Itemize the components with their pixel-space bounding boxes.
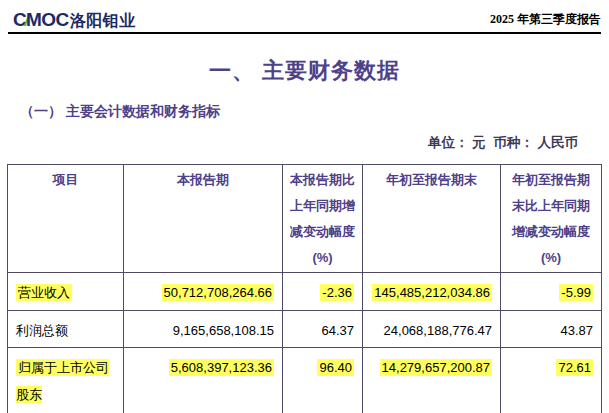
cell-profit-ytd-change: 43.87 [560,323,593,338]
company-logo: C/MOC 洛阳钼业 [13,10,136,29]
header-cell-current-period: 本报告期 [124,165,283,273]
header-cell-ytd: 年初至报告期末 [363,165,501,273]
unit-currency-line: 单位： 元 币种： 人民币 [0,134,609,152]
cell-revenue-ytd-change: -5.99 [559,284,593,301]
logo-cmoc-text: C/MOC [13,10,69,29]
cell-profit-current: 9,165,658,108.15 [173,323,274,338]
cell-netprofit-ytd-change: 72.61 [556,359,593,376]
cell-profit-current-change: 64.37 [321,323,354,338]
table-row-revenue: 营业收入 50,712,708,264.66 -2.36 145,485,212… [8,273,602,311]
cell-revenue-current: 50,712,708,264.66 [162,284,274,301]
subsection-title: （一） 主要会计数据和财务指标 [20,103,609,121]
cell-netprofit-ytd: 14,279,657,200.87 [380,359,492,376]
section-title: 一、 主要财务数据 [0,56,609,86]
cell-netprofit-current: 5,608,397,123.36 [169,359,274,376]
cell-profit-label: 利润总额 [16,323,68,338]
table-header-row: 项目 本报告期 本报告期比 上年同期增 减变动幅度 (%) 年初至报告期末 年初… [8,165,602,273]
cell-revenue-label: 营业收入 [16,284,72,301]
logo-letters-moc: MOC [26,9,69,30]
header-cell-ytd-change: 年初至报告期 末比上年同期 增减变动幅度 (%) [501,165,602,273]
header-cell-current-period-change: 本报告期比 上年同期增 减变动幅度 (%) [283,165,363,273]
cell-profit-ytd: 24,068,188,776.47 [384,323,492,338]
header-divider [8,32,601,34]
page-header: C/MOC 洛阳钼业 2025 年第三季度报告 [0,0,609,29]
table-row-total-profit: 利润总额 9,165,658,108.15 64.37 24,068,188,7… [8,311,602,348]
cell-revenue-ytd: 145,485,212,034.86 [372,284,492,301]
report-period-title: 2025 年第三季度报告 [490,11,601,29]
financial-data-table: 项目 本报告期 本报告期比 上年同期增 减变动幅度 (%) 年初至报告期末 年初… [7,164,602,413]
cell-netprofit-label: 归属于上市公司股东 的净利润 [16,359,109,413]
logo-chinese-name: 洛阳钼业 [70,13,136,29]
report-page: { "header": { "logo": { "en_c": "C", "sl… [0,0,609,413]
table-row-net-profit-attributable: 归属于上市公司股东 的净利润 5,608,397,123.36 96.40 14… [8,348,602,413]
cell-netprofit-current-change: 96.40 [317,359,354,376]
cell-revenue-current-change: -2.36 [320,284,354,301]
header-cell-item: 项目 [8,165,124,273]
